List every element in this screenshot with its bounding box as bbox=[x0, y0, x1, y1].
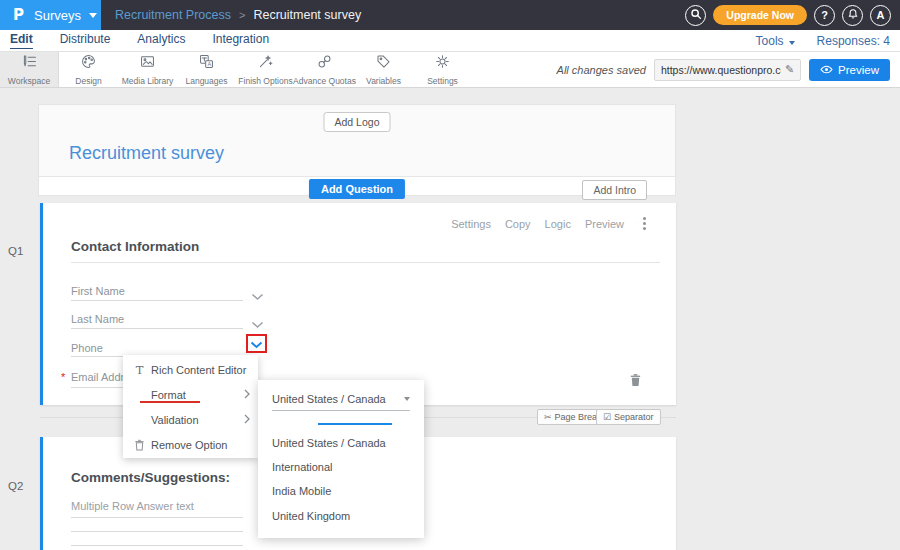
add-logo-button[interactable]: Add Logo bbox=[324, 112, 391, 132]
top-navigation-bar: P Surveys Recruitment Process > Recruitm… bbox=[0, 0, 900, 30]
tag-icon bbox=[375, 53, 392, 74]
question1-title[interactable]: Contact Information bbox=[71, 239, 199, 254]
trash-icon bbox=[629, 373, 642, 390]
survey-tab-bar: Edit Distribute Analytics Integration To… bbox=[0, 30, 900, 52]
field-label-phone[interactable]: Phone bbox=[71, 342, 103, 354]
field-underline bbox=[71, 328, 243, 329]
breadcrumb-current-survey: Recruitment survey bbox=[253, 8, 361, 22]
search-icon bbox=[689, 7, 703, 23]
tabbar-right: Tools Responses: 4 bbox=[756, 34, 900, 48]
palette-icon bbox=[80, 53, 97, 74]
topbar-actions: Upgrade Now ? A bbox=[685, 5, 900, 26]
annotation-underline-format bbox=[140, 401, 200, 403]
option-context-menu: T Rich Content Editor Format Validation … bbox=[123, 355, 258, 458]
separator-button[interactable]: ☑ Separator bbox=[596, 409, 661, 425]
chevron-down-icon[interactable] bbox=[251, 315, 264, 333]
survey-url-input[interactable] bbox=[661, 64, 781, 76]
format-option-us-canada[interactable]: United States / Canada bbox=[272, 437, 386, 449]
product-menu-label: Surveys bbox=[34, 8, 81, 23]
gear-icon bbox=[434, 53, 451, 74]
format-select-underline bbox=[272, 410, 410, 411]
toolbar-item-variables[interactable]: Variables bbox=[354, 52, 413, 87]
workspace-icon bbox=[21, 53, 38, 74]
tab-distribute[interactable]: Distribute bbox=[60, 32, 111, 49]
breadcrumb-folder-link[interactable]: Recruitment Process bbox=[115, 8, 231, 22]
surveys-product-menu[interactable]: P Surveys bbox=[0, 0, 101, 30]
add-question-button[interactable]: Add Question bbox=[309, 179, 405, 199]
responses-count-link[interactable]: Responses: 4 bbox=[817, 34, 890, 48]
question-logic-link[interactable]: Logic bbox=[545, 218, 571, 230]
toolbar-item-design[interactable]: Design bbox=[59, 52, 118, 87]
question-copy-link[interactable]: Copy bbox=[505, 218, 531, 230]
questionpro-logo: P bbox=[13, 6, 24, 24]
chevron-down-icon[interactable] bbox=[250, 335, 263, 353]
survey-title[interactable]: Recruitment survey bbox=[69, 143, 224, 164]
survey-url-box: ✎ bbox=[654, 59, 801, 81]
annotation-box-phone-chevron bbox=[246, 334, 267, 353]
toolbar-item-finish-options[interactable]: Finish Options bbox=[236, 52, 295, 87]
eye-icon bbox=[820, 64, 833, 76]
field-label-email[interactable]: Email Addre bbox=[71, 371, 130, 383]
caret-down-icon bbox=[789, 41, 795, 45]
save-status-text: All changes saved bbox=[557, 64, 646, 76]
field-label-last-name[interactable]: Last Name bbox=[71, 313, 124, 325]
format-option-india-mobile[interactable]: India Mobile bbox=[272, 485, 331, 497]
editor-toolbar: Workspace Design Media Library A Languag… bbox=[0, 52, 900, 88]
question2-title[interactable]: Comments/Suggestions: bbox=[71, 470, 230, 485]
help-button[interactable]: ? bbox=[814, 5, 835, 26]
toolbar-item-languages[interactable]: A Languages bbox=[177, 52, 236, 87]
format-submenu-panel: United States / Canada United States / C… bbox=[258, 380, 424, 538]
questionpro-survey-editor: P Surveys Recruitment Process > Recruitm… bbox=[0, 0, 900, 550]
toolbar-item-workspace[interactable]: Workspace bbox=[0, 52, 59, 87]
submenu-arrow-icon bbox=[244, 389, 250, 401]
kebab-menu-icon[interactable] bbox=[643, 217, 646, 230]
format-select-focus-underline bbox=[318, 423, 392, 425]
menu-item-format[interactable]: Format bbox=[123, 382, 258, 407]
text-tool-icon: T bbox=[132, 363, 147, 377]
tools-menu[interactable]: Tools bbox=[756, 34, 795, 48]
search-button[interactable] bbox=[685, 5, 706, 26]
answer-underline bbox=[71, 531, 243, 532]
tab-analytics[interactable]: Analytics bbox=[137, 32, 185, 49]
delete-question-button[interactable] bbox=[629, 373, 642, 391]
edit-url-pencil-icon[interactable]: ✎ bbox=[785, 63, 794, 76]
translate-icon: A bbox=[198, 53, 215, 74]
tab-integration[interactable]: Integration bbox=[212, 32, 269, 49]
question1-title-divider bbox=[71, 262, 660, 263]
question-preview-link[interactable]: Preview bbox=[585, 218, 624, 230]
survey-header-card: Add Logo Recruitment survey Add Question… bbox=[38, 104, 676, 196]
tab-edit[interactable]: Edit bbox=[10, 32, 33, 49]
format-option-united-kingdom[interactable]: United Kingdom bbox=[272, 510, 350, 522]
upgrade-now-button[interactable]: Upgrade Now bbox=[713, 5, 807, 25]
question2-number: Q2 bbox=[8, 480, 23, 492]
breadcrumb-separator: > bbox=[239, 9, 245, 21]
toolbar-right: All changes saved ✎ Preview bbox=[557, 52, 900, 87]
preview-button[interactable]: Preview bbox=[809, 59, 890, 81]
question1-actions: Settings Copy Logic Preview bbox=[451, 217, 646, 230]
format-option-international[interactable]: International bbox=[272, 461, 333, 473]
checkbox-icon: ☑ bbox=[603, 412, 611, 422]
caret-down-icon bbox=[404, 397, 410, 401]
toolbar-item-settings[interactable]: Settings bbox=[413, 52, 472, 87]
menu-item-validation[interactable]: Validation bbox=[123, 407, 258, 432]
bell-icon bbox=[847, 8, 859, 22]
answer-underline bbox=[71, 517, 243, 518]
chain-links-icon bbox=[316, 53, 333, 74]
question-settings-link[interactable]: Settings bbox=[451, 218, 491, 230]
question1-number: Q1 bbox=[8, 245, 23, 257]
toolbar-item-media-library[interactable]: Media Library bbox=[118, 52, 177, 87]
format-select[interactable]: United States / Canada bbox=[272, 393, 410, 405]
notifications-button[interactable] bbox=[842, 5, 863, 26]
field-underline bbox=[71, 300, 243, 301]
menu-item-rich-content-editor[interactable]: T Rich Content Editor bbox=[123, 357, 258, 382]
answer-placeholder-text[interactable]: Multiple Row Answer text bbox=[71, 500, 194, 512]
add-intro-button[interactable]: Add Intro bbox=[582, 180, 647, 200]
image-icon bbox=[139, 53, 156, 74]
magic-wand-icon bbox=[257, 53, 274, 74]
toolbar-item-advance-quotas[interactable]: Advance Quotas bbox=[295, 52, 354, 87]
submenu-arrow-icon bbox=[244, 414, 250, 426]
chevron-down-icon[interactable] bbox=[251, 287, 264, 305]
account-avatar[interactable]: A bbox=[870, 5, 891, 26]
field-label-first-name[interactable]: First Name bbox=[71, 285, 125, 297]
menu-item-remove-option[interactable]: Remove Option bbox=[123, 432, 258, 457]
